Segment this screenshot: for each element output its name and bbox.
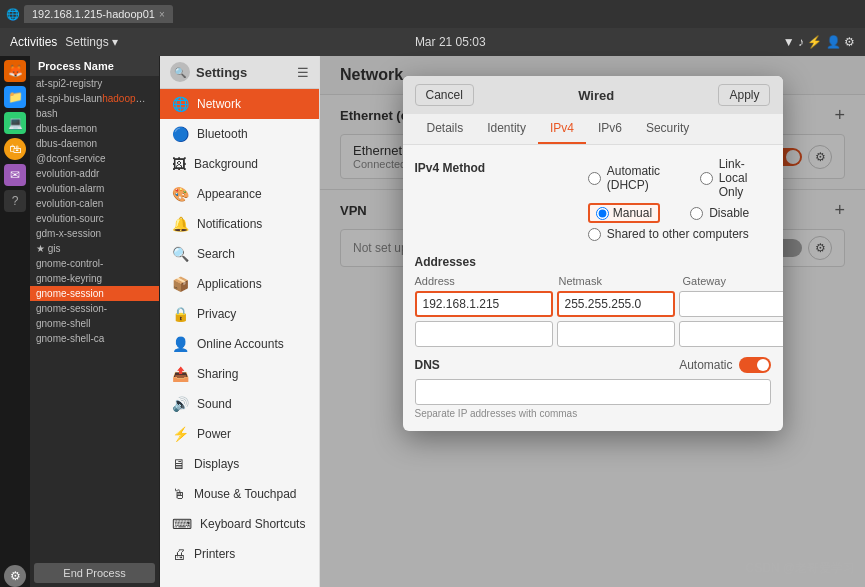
end-process-button[interactable]: End Process bbox=[34, 563, 155, 583]
process-item[interactable]: gnome-shell bbox=[30, 316, 159, 331]
process-item[interactable]: evolution-calen bbox=[30, 196, 159, 211]
process-item-active[interactable]: gnome-session bbox=[30, 286, 159, 301]
process-item[interactable]: evolution-addr bbox=[30, 166, 159, 181]
settings-nav-applications[interactable]: 📦 Applications bbox=[160, 269, 319, 299]
process-item[interactable]: evolution-alarm bbox=[30, 181, 159, 196]
dns-hint: Separate IP addresses with commas bbox=[415, 408, 771, 419]
tab-identity[interactable]: Identity bbox=[475, 114, 538, 144]
dock-settings[interactable]: ⚙ bbox=[4, 565, 26, 587]
process-item[interactable]: gnome-shell-ca bbox=[30, 331, 159, 346]
settings-sidebar: 🔍 Settings ☰ 🌐 Network 🔵 Bluetooth 🖼 Bac… bbox=[160, 56, 320, 587]
taskbar-tab-close[interactable]: × bbox=[159, 9, 165, 20]
ipv4-options: Automatic (DHCP) Link-Local Only bbox=[588, 157, 771, 245]
process-item[interactable]: bash bbox=[30, 106, 159, 121]
settings-nav-appearance[interactable]: 🎨 Appearance bbox=[160, 179, 319, 209]
mouse-icon: 🖱 bbox=[172, 486, 186, 502]
settings-nav-search[interactable]: 🔍 Search bbox=[160, 239, 319, 269]
tab-security[interactable]: Security bbox=[634, 114, 701, 144]
addr-input-gateway-2[interactable] bbox=[679, 321, 783, 347]
settings-nav-background[interactable]: 🖼 Background bbox=[160, 149, 319, 179]
radio-dhcp-input[interactable] bbox=[588, 172, 601, 185]
addr-input-address-1[interactable] bbox=[415, 291, 553, 317]
process-item[interactable]: gnome-keyring bbox=[30, 271, 159, 286]
process-item[interactable]: at-spi-bus-launhadoop@ubunt bbox=[30, 91, 159, 106]
process-item[interactable]: @dconf-service bbox=[30, 151, 159, 166]
dns-auto-label: Automatic bbox=[679, 358, 732, 372]
search-icon: 🔍 bbox=[172, 246, 189, 262]
process-item[interactable]: gdm-x-session bbox=[30, 226, 159, 241]
nav-keyboard-label: Keyboard Shortcuts bbox=[200, 517, 305, 531]
dock-terminal[interactable]: 💻 bbox=[4, 112, 26, 134]
nav-bluetooth-label: Bluetooth bbox=[197, 127, 248, 141]
process-panel: Process Name at-spi2-registry at-spi-bus… bbox=[30, 56, 160, 587]
dock-files[interactable]: 📁 bbox=[4, 86, 26, 108]
dns-auto-toggle[interactable] bbox=[739, 357, 771, 373]
settings-title: Settings bbox=[196, 65, 247, 80]
process-item[interactable]: dbus-daemon bbox=[30, 136, 159, 151]
sharing-icon: 📤 bbox=[172, 366, 189, 382]
settings-menu-icon[interactable]: ☰ bbox=[297, 65, 309, 80]
radio-linklocal-input[interactable] bbox=[700, 172, 713, 185]
process-item[interactable]: gnome-session- bbox=[30, 301, 159, 316]
addr-col-address-header: Address bbox=[415, 275, 555, 287]
settings-nav-sharing[interactable]: 📤 Sharing bbox=[160, 359, 319, 389]
dialog-apply-button[interactable]: Apply bbox=[718, 84, 770, 106]
nav-displays-label: Displays bbox=[194, 457, 239, 471]
addr-input-gateway-1[interactable] bbox=[679, 291, 783, 317]
addr-row-2: 🗑 bbox=[415, 321, 771, 347]
dns-input[interactable] bbox=[415, 379, 771, 405]
radio-dhcp: Automatic (DHCP) bbox=[588, 157, 670, 199]
process-item[interactable]: gnome-control- bbox=[30, 256, 159, 271]
radio-linklocal: Link-Local Only bbox=[700, 157, 771, 199]
process-item[interactable]: evolution-sourc bbox=[30, 211, 159, 226]
ipv4-mid-row: Manual Disable bbox=[588, 203, 771, 227]
radio-manual-input[interactable] bbox=[596, 207, 609, 220]
radio-shared-input[interactable] bbox=[588, 228, 601, 241]
process-item[interactable]: dbus-daemon bbox=[30, 121, 159, 136]
settings-nav-power[interactable]: ⚡ Power bbox=[160, 419, 319, 449]
radio-shared: Shared to other computers bbox=[588, 227, 771, 241]
settings-nav-displays[interactable]: 🖥 Displays bbox=[160, 449, 319, 479]
nav-appearance-label: Appearance bbox=[197, 187, 262, 201]
dialog-cancel-button[interactable]: Cancel bbox=[415, 84, 474, 106]
tab-details[interactable]: Details bbox=[415, 114, 476, 144]
settings-search-icon[interactable]: 🔍 bbox=[170, 62, 190, 82]
settings-nav-notifications[interactable]: 🔔 Notifications bbox=[160, 209, 319, 239]
nav-sound-label: Sound bbox=[197, 397, 232, 411]
taskbar-tab[interactable]: 192.168.1.215-hadoop01 × bbox=[24, 5, 173, 23]
addr-input-netmask-1[interactable] bbox=[557, 291, 675, 317]
settings-nav-keyboard[interactable]: ⌨ Keyboard Shortcuts bbox=[160, 509, 319, 539]
settings-nav-online-accounts[interactable]: 👤 Online Accounts bbox=[160, 329, 319, 359]
nav-notifications-label: Notifications bbox=[197, 217, 262, 231]
activities-button[interactable]: Activities bbox=[10, 35, 57, 49]
nav-online-accounts-label: Online Accounts bbox=[197, 337, 284, 351]
settings-nav-printers[interactable]: 🖨 Printers bbox=[160, 539, 319, 569]
radio-manual: Manual bbox=[588, 203, 660, 223]
taskbar-tab-label: 192.168.1.215-hadoop01 bbox=[32, 8, 155, 20]
settings-nav-bluetooth[interactable]: 🔵 Bluetooth bbox=[160, 119, 319, 149]
topbar-indicators: ▼ ♪ ⚡ 👤 ⚙ bbox=[783, 35, 855, 49]
radio-disable-input[interactable] bbox=[690, 207, 703, 220]
ipv4-top-row: Automatic (DHCP) Link-Local Only bbox=[588, 157, 771, 203]
addresses-label: Addresses bbox=[415, 255, 771, 269]
dns-section: DNS Automatic Separate IP addresses with… bbox=[415, 357, 771, 419]
dock-software[interactable]: 🛍 bbox=[4, 138, 26, 160]
addr-input-netmask-2[interactable] bbox=[557, 321, 675, 347]
dock-mail[interactable]: ✉ bbox=[4, 164, 26, 186]
settings-nav-sound[interactable]: 🔊 Sound bbox=[160, 389, 319, 419]
process-item[interactable]: at-spi2-registry bbox=[30, 76, 159, 91]
nav-network-label: Network bbox=[197, 97, 241, 111]
dock-help[interactable]: ? bbox=[4, 190, 26, 212]
dock-firefox[interactable]: 🦊 bbox=[4, 60, 26, 82]
settings-nav-privacy[interactable]: 🔒 Privacy bbox=[160, 299, 319, 329]
settings-nav-mouse[interactable]: 🖱 Mouse & Touchpad bbox=[160, 479, 319, 509]
settings-nav-network[interactable]: 🌐 Network bbox=[160, 89, 319, 119]
addr-input-address-2[interactable] bbox=[415, 321, 553, 347]
ipv4-method-label: IPv4 Method bbox=[415, 157, 488, 179]
sound-icon: 🔊 bbox=[172, 396, 189, 412]
process-item[interactable]: ★ gis bbox=[30, 241, 159, 256]
settings-nav: 🌐 Network 🔵 Bluetooth 🖼 Background 🎨 App… bbox=[160, 89, 319, 587]
settings-menu-button[interactable]: Settings ▾ bbox=[65, 35, 117, 49]
tab-ipv6[interactable]: IPv6 bbox=[586, 114, 634, 144]
tab-ipv4[interactable]: IPv4 bbox=[538, 114, 586, 144]
